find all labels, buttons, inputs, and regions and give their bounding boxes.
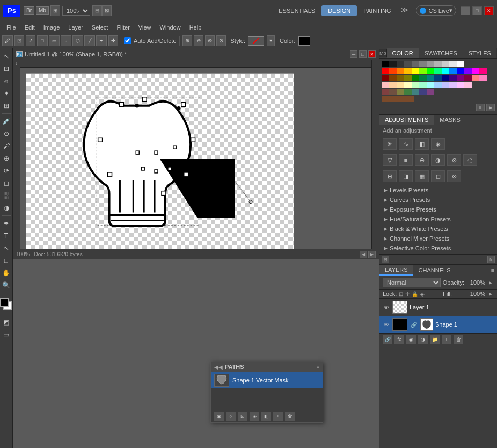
rounded-rect-btn[interactable]: ▭ bbox=[49, 35, 60, 46]
new-layer-btn[interactable]: + bbox=[442, 335, 451, 344]
swatch[interactable] bbox=[449, 75, 457, 81]
rect-shape-btn[interactable]: □ bbox=[37, 35, 48, 46]
tab-masks[interactable]: MASKS bbox=[434, 115, 466, 125]
swatch[interactable] bbox=[434, 61, 442, 67]
swatch[interactable] bbox=[397, 61, 404, 67]
swatch[interactable] bbox=[472, 75, 479, 81]
workspace-button[interactable]: ⊠ bbox=[102, 5, 112, 16]
swatch[interactable] bbox=[464, 82, 472, 88]
shape-tool[interactable]: □ bbox=[1, 255, 12, 266]
adj-posterize-icon[interactable]: ◌ bbox=[463, 154, 477, 166]
color-swatch[interactable] bbox=[298, 36, 310, 46]
swatch[interactable] bbox=[419, 61, 427, 67]
swatch[interactable] bbox=[419, 82, 427, 88]
adj-gradient-map-icon[interactable]: ▦ bbox=[415, 170, 429, 182]
swatch[interactable] bbox=[412, 89, 419, 95]
paths-collapse-btn[interactable]: ◀◀ bbox=[214, 364, 223, 370]
swatch[interactable] bbox=[404, 75, 412, 81]
mini-bridge-button[interactable]: Mb bbox=[36, 6, 49, 15]
status-arrow-left[interactable]: ◀ bbox=[360, 251, 367, 258]
swatch[interactable] bbox=[389, 75, 397, 81]
zoom-selector[interactable]: 100% 50% 200% bbox=[62, 6, 90, 16]
swatch[interactable] bbox=[397, 82, 404, 88]
lock-extra-icon[interactable]: ◈ bbox=[420, 291, 425, 297]
screen-mode-tool-btn[interactable]: ▭ bbox=[1, 329, 12, 341]
swatch[interactable] bbox=[404, 89, 412, 95]
adj-levels-icon[interactable]: ⊞ bbox=[383, 170, 397, 182]
nav-more[interactable]: ≫ bbox=[400, 5, 408, 16]
adj-selective-color-icon[interactable]: ◻ bbox=[431, 170, 445, 182]
path-ops2-btn[interactable]: ⊖ bbox=[194, 35, 203, 46]
swatch[interactable] bbox=[382, 82, 389, 88]
clone-tool[interactable]: ⊕ bbox=[1, 153, 12, 164]
path-select-tool[interactable]: ↖ bbox=[1, 242, 12, 254]
swatch[interactable] bbox=[419, 68, 427, 74]
path-item-shape1[interactable]: Shape 1 Vector Mask bbox=[211, 372, 323, 388]
direct-select-btn[interactable]: ↗ bbox=[26, 35, 35, 46]
gradient-tool[interactable]: ░ bbox=[1, 190, 12, 201]
swatch[interactable] bbox=[457, 75, 464, 81]
lasso-tool[interactable]: ⌾ bbox=[1, 75, 12, 87]
mask-path-btn[interactable]: ◧ bbox=[261, 412, 271, 421]
swatch-magenta[interactable] bbox=[472, 68, 479, 74]
path-ops4-btn[interactable]: ⊘ bbox=[216, 35, 226, 46]
menu-file[interactable]: File bbox=[2, 23, 20, 32]
blend-mode-select[interactable]: Normal Multiply Screen bbox=[383, 278, 441, 287]
tab-color[interactable]: COLOR bbox=[387, 48, 419, 58]
ellipse-btn[interactable]: ○ bbox=[61, 35, 71, 46]
minimize-button[interactable]: ─ bbox=[461, 6, 470, 15]
path-to-sel-btn[interactable]: ⊡ bbox=[238, 412, 247, 421]
history-tool[interactable]: ⟳ bbox=[1, 165, 12, 177]
swatch[interactable] bbox=[382, 89, 389, 95]
adj-threshold-icon[interactable]: ◨ bbox=[399, 170, 413, 182]
dodge-tool[interactable]: ◑ bbox=[1, 202, 12, 214]
bridge-button[interactable]: Br bbox=[24, 6, 34, 15]
swatch[interactable] bbox=[442, 61, 449, 67]
swatch-cyan[interactable] bbox=[442, 68, 449, 74]
fill-arrow[interactable]: ▶ bbox=[487, 291, 494, 297]
quick-mask-btn[interactable]: ◩ bbox=[1, 316, 12, 328]
paths-menu-btn[interactable]: ≡ bbox=[317, 364, 319, 370]
foreground-color[interactable] bbox=[0, 298, 9, 307]
preset-levels[interactable]: ▶ Levels Presets bbox=[379, 185, 497, 195]
crop-tool[interactable]: ⊞ bbox=[1, 100, 12, 112]
swatch[interactable] bbox=[382, 75, 389, 81]
swatch-white[interactable] bbox=[457, 61, 464, 67]
auto-add-checkbox[interactable] bbox=[124, 37, 131, 44]
menu-edit[interactable]: Edit bbox=[20, 23, 39, 32]
swatch[interactable] bbox=[479, 68, 487, 74]
swatch[interactable] bbox=[397, 68, 404, 74]
adj-channel-mixer-icon[interactable]: ⊗ bbox=[447, 170, 461, 182]
preset-selective-color[interactable]: ▶ Selective Color Presets bbox=[379, 243, 497, 253]
adj-brightness-icon[interactable]: ☀ bbox=[383, 138, 397, 150]
brush-tool[interactable]: 🖌 bbox=[1, 140, 12, 152]
lock-pixel-icon[interactable]: ⊡ bbox=[399, 291, 403, 297]
menu-window[interactable]: Window bbox=[156, 23, 185, 32]
menu-view[interactable]: View bbox=[134, 23, 156, 32]
tab-styles[interactable]: STYLES bbox=[463, 48, 497, 58]
new-path-btn[interactable]: + bbox=[273, 412, 283, 421]
panel-resize-btn[interactable]: ⊟ bbox=[382, 256, 389, 263]
layers-panel-menu[interactable]: ≡ bbox=[488, 266, 497, 274]
panel-settings-btn[interactable]: ≡ bbox=[476, 104, 485, 111]
swatch[interactable] bbox=[404, 82, 412, 88]
preset-curves[interactable]: ▶ Curves Presets bbox=[379, 195, 497, 205]
opacity-arrow[interactable]: ▶ bbox=[487, 279, 494, 286]
add-style-btn[interactable]: fx bbox=[394, 335, 404, 344]
menu-help[interactable]: Help bbox=[185, 23, 206, 32]
swatch[interactable] bbox=[464, 75, 472, 81]
lock-position-icon[interactable]: ✛ bbox=[405, 291, 410, 297]
tab-adjustments[interactable]: ADJUSTMENTS bbox=[379, 115, 434, 125]
swatch[interactable] bbox=[457, 82, 464, 88]
swatch[interactable] bbox=[434, 68, 442, 74]
swatch[interactable] bbox=[389, 82, 397, 88]
swatch[interactable] bbox=[427, 61, 434, 67]
swatch[interactable] bbox=[479, 75, 487, 81]
line-btn[interactable]: ╱ bbox=[84, 35, 95, 46]
swatch[interactable] bbox=[397, 89, 404, 95]
adj-exposure-icon[interactable]: ◧ bbox=[415, 138, 429, 150]
swatch[interactable] bbox=[389, 89, 397, 95]
adj-photo-filter-icon[interactable]: ⊙ bbox=[447, 154, 461, 166]
swatch[interactable] bbox=[389, 61, 397, 67]
quick-select-tool[interactable]: ✦ bbox=[1, 88, 12, 99]
